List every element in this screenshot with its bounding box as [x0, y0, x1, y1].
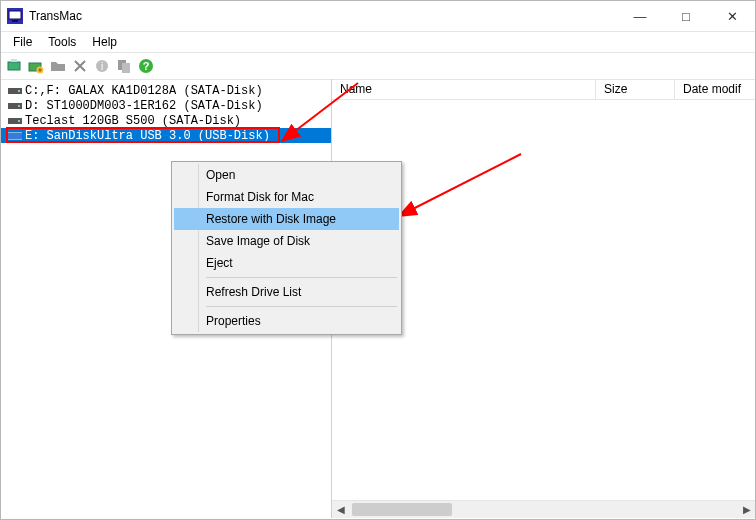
- svg-rect-2: [8, 62, 20, 70]
- ctx-format-disk[interactable]: Format Disk for Mac: [174, 186, 399, 208]
- svg-text:i: i: [101, 61, 103, 72]
- svg-text:?: ?: [143, 60, 150, 72]
- horizontal-scrollbar[interactable]: ◀ ▶: [332, 500, 755, 518]
- delete-icon[interactable]: [71, 57, 89, 75]
- title-bar: TransMac — □ ✕: [1, 1, 755, 32]
- ctx-save-image[interactable]: Save Image of Disk: [174, 230, 399, 252]
- folder-icon[interactable]: [49, 57, 67, 75]
- drive-label: D: ST1000DM003-1ER162 (SATA-Disk): [25, 99, 263, 113]
- column-headers: Name Size Date modif: [332, 79, 755, 100]
- svg-rect-19: [8, 133, 22, 139]
- hdd-icon: [7, 85, 23, 97]
- scroll-left-icon[interactable]: ◀: [332, 501, 349, 518]
- drive-label: C:,F: GALAX KA1D0128A (SATA-Disk): [25, 84, 263, 98]
- menu-bar: File Tools Help: [1, 32, 755, 53]
- drive-item[interactable]: D: ST1000DM003-1ER162 (SATA-Disk): [1, 98, 331, 113]
- svg-point-17: [18, 120, 20, 122]
- svg-point-15: [18, 105, 20, 107]
- col-size[interactable]: Size: [596, 79, 675, 99]
- ctx-eject[interactable]: Eject: [174, 252, 399, 274]
- context-menu: Open Format Disk for Mac Restore with Di…: [171, 161, 402, 335]
- svg-point-13: [18, 90, 20, 92]
- window-title: TransMac: [29, 9, 617, 23]
- ctx-open[interactable]: Open: [174, 164, 399, 186]
- svg-rect-1: [12, 20, 18, 22]
- context-separator: [206, 306, 397, 307]
- scroll-right-icon[interactable]: ▶: [738, 501, 755, 518]
- svg-rect-3: [11, 59, 17, 62]
- menu-file[interactable]: File: [5, 33, 40, 51]
- drive-item[interactable]: C:,F: GALAX KA1D0128A (SATA-Disk): [1, 83, 331, 98]
- ctx-refresh[interactable]: Refresh Drive List: [174, 281, 399, 303]
- drive-item[interactable]: Teclast 120GB S500 (SATA-Disk): [1, 113, 331, 128]
- hdd-icon: [7, 100, 23, 112]
- scroll-thumb[interactable]: [352, 503, 452, 516]
- minimize-button[interactable]: —: [617, 1, 663, 31]
- help-icon[interactable]: ?: [137, 57, 155, 75]
- col-name[interactable]: Name: [332, 79, 596, 99]
- window-buttons: — □ ✕: [617, 1, 755, 31]
- context-separator: [206, 277, 397, 278]
- svg-rect-9: [122, 63, 130, 73]
- copy-icon[interactable]: [115, 57, 133, 75]
- maximize-button[interactable]: □: [663, 1, 709, 31]
- menu-help[interactable]: Help: [84, 33, 125, 51]
- app-window: TransMac — □ ✕ File Tools Help i ? C:,F:…: [0, 0, 756, 520]
- menu-tools[interactable]: Tools: [40, 33, 84, 51]
- svg-rect-0: [9, 11, 21, 19]
- add-folder-icon[interactable]: [27, 57, 45, 75]
- info-icon[interactable]: i: [93, 57, 111, 75]
- toolbar: i ?: [1, 53, 755, 80]
- drive-item-selected[interactable]: E: SanDiskUltra USB 3.0 (USB-Disk): [1, 128, 331, 143]
- app-icon: [7, 8, 23, 24]
- ctx-properties[interactable]: Properties: [174, 310, 399, 332]
- usb-icon: [7, 130, 23, 142]
- hdd-icon: [7, 115, 23, 127]
- open-disk-icon[interactable]: [5, 57, 23, 75]
- drive-label: Teclast 120GB S500 (SATA-Disk): [25, 114, 241, 128]
- col-date[interactable]: Date modif: [675, 79, 755, 99]
- ctx-restore-disk-image[interactable]: Restore with Disk Image: [174, 208, 399, 230]
- close-button[interactable]: ✕: [709, 1, 755, 31]
- drive-label: E: SanDiskUltra USB 3.0 (USB-Disk): [25, 129, 270, 143]
